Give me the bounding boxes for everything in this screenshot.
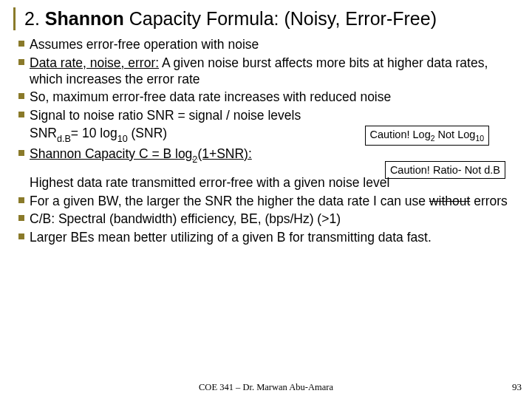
text-span: Caution! Log xyxy=(370,129,431,140)
footer-text: COE 341 – Dr. Marwan Abu-Amara xyxy=(0,382,532,393)
strike-text: without xyxy=(429,194,470,208)
title-rest: Capacity Formula: (Noisy, Error-Free) xyxy=(124,8,437,29)
subscript: d.B xyxy=(57,134,71,144)
bullet-icon xyxy=(13,89,30,105)
text-span: Not Log xyxy=(435,129,476,140)
list-item: Assumes error-free operation with noise xyxy=(13,36,523,52)
bullet-icon xyxy=(13,107,30,123)
underline-text: Shannon Capacity C = B log2(1+SNR): xyxy=(30,146,252,161)
text-span: (1+SNR): xyxy=(197,146,251,161)
subscript: 2 xyxy=(192,154,197,165)
bullet-icon xyxy=(13,229,30,245)
list-item: C/B: Spectral (bandwidth) efficiency, BE… xyxy=(13,211,523,227)
bullet-icon xyxy=(13,193,30,209)
bullet-icon xyxy=(13,146,30,165)
plain-line: Highest data rate transmitted error-free… xyxy=(13,174,523,191)
bullet-text: C/B: Spectral (bandwidth) efficiency, BE… xyxy=(30,211,523,227)
bullet-text: Signal to noise ratio SNR = signal / noi… xyxy=(30,107,523,123)
list-item: Larger BEs mean better utilizing of a gi… xyxy=(13,229,523,245)
text-span: Shannon Capacity C = B log xyxy=(30,146,192,161)
text-span: errors xyxy=(470,194,508,208)
text-span: = 10 log xyxy=(71,126,117,140)
bullet-text: Larger BEs mean better utilizing of a gi… xyxy=(30,229,523,245)
list-item: So, maximum error-free data rate increas… xyxy=(13,89,523,105)
title-prefix: 2. xyxy=(24,8,45,29)
subscript: 10 xyxy=(117,134,128,144)
slide: 2. Shannon Capacity Formula: (Noisy, Err… xyxy=(13,7,523,377)
list-item: Signal to noise ratio SNR = signal / noi… xyxy=(13,107,523,123)
bullet-text: Assumes error-free operation with noise xyxy=(30,36,523,52)
list-item-continuation: SNRd.B= 10 log10 (SNR) Caution! Log2 Not… xyxy=(13,125,523,144)
page-number: 93 xyxy=(512,381,522,393)
content-area: Assumes error-free operation with noise … xyxy=(13,36,523,245)
bullet-text: For a given BW, the larger the SNR the h… xyxy=(30,193,523,209)
subscript: 10 xyxy=(475,134,484,143)
underline-text: Data rate, noise, error: xyxy=(30,55,159,70)
bullet-icon xyxy=(13,36,30,52)
bullet-text: So, maximum error-free data rate increas… xyxy=(30,89,523,105)
text-span: SNR xyxy=(30,126,57,140)
slide-title: 2. Shannon Capacity Formula: (Noisy, Err… xyxy=(24,7,523,30)
list-item: Shannon Capacity C = B log2(1+SNR): Caut… xyxy=(13,146,523,165)
text-span: For a given BW, the larger the SNR the h… xyxy=(30,194,429,208)
title-container: 2. Shannon Capacity Formula: (Noisy, Err… xyxy=(13,7,523,30)
bullet-icon xyxy=(13,211,30,227)
list-item: For a given BW, the larger the SNR the h… xyxy=(13,193,523,209)
plain-text: Highest data rate transmitted error-free… xyxy=(30,174,523,191)
text-span: (SNR) xyxy=(128,126,167,140)
caution-callout-log: Caution! Log2 Not Log10 xyxy=(365,126,490,146)
bullet-icon xyxy=(13,55,30,88)
title-bold: Shannon xyxy=(45,8,124,29)
bullet-text: Data rate, noise, error: A given noise b… xyxy=(30,55,523,88)
list-item: Data rate, noise, error: A given noise b… xyxy=(13,55,523,88)
